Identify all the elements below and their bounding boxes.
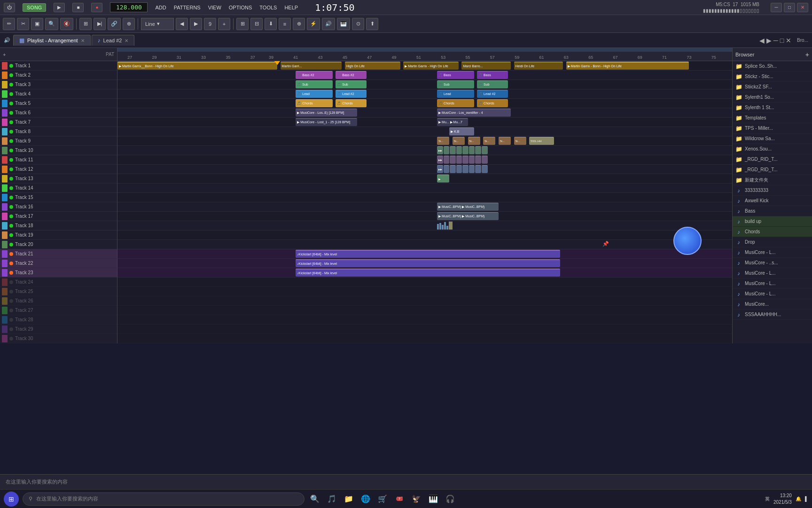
track-row[interactable]: Track 18	[0, 221, 117, 230]
arrange-row-9[interactable]: 5t... 5t... 5t... 5t... 5t... 5t... 5SS.…	[117, 136, 732, 146]
menu-item-options[interactable]: OPTIONS	[229, 5, 252, 10]
taskbar-app1-icon[interactable]: 🦅	[410, 492, 423, 506]
track-row[interactable]: Track 24	[0, 278, 117, 287]
tab-maximize[interactable]: □	[780, 37, 784, 44]
track-name[interactable]: Track 7	[15, 119, 115, 125]
arrange-row-2[interactable]: 🎵 Bass #2 🎵 Bass #2 🎵 Bass 🎵 Bass	[117, 71, 732, 80]
clip-musicore-1[interactable]: ▶ MusiCore - Los..E) [128 BPM]	[296, 109, 357, 117]
track-name[interactable]: Track 19	[15, 232, 115, 238]
line-dropdown[interactable]: Line ▾	[141, 18, 174, 30]
arrange-row-14[interactable]	[117, 183, 732, 193]
track-name[interactable]: Track 28	[15, 317, 115, 322]
clip-mini[interactable]	[475, 165, 481, 173]
arrange-row-1[interactable]: ▶ Martin Garrix__Bonn - High On Life Mar…	[117, 61, 732, 71]
track-led[interactable]	[9, 158, 13, 162]
sidebar-item-stiickzz[interactable]: 📁 StiickzZ SF...	[733, 82, 812, 92]
inst-btn[interactable]: 🎹	[337, 18, 350, 30]
track-row[interactable]: Track 22	[0, 259, 117, 268]
sidebar-item-musicore-6[interactable]: ♪ MusiCore...	[733, 299, 812, 310]
track-name[interactable]: Track 14	[15, 185, 115, 190]
arrange-row-12[interactable]: ▶▶	[117, 165, 732, 174]
sidebar-item-333[interactable]: ♪ 333333333	[733, 185, 812, 196]
track-row[interactable]: Track 2	[0, 71, 117, 80]
plus-snap-btn[interactable]: +	[218, 18, 230, 30]
sidebar-item-musicore-2[interactable]: ♪ MusiCore - ..s...	[733, 258, 812, 268]
track-name[interactable]: Track 3	[15, 82, 115, 87]
sidebar-add-btn[interactable]: +	[805, 51, 809, 58]
clip-s6[interactable]: 5t...	[514, 137, 526, 145]
eq-btn[interactable]: ≡	[279, 18, 291, 30]
clip-lead-1[interactable]: 🎵 Lead	[296, 90, 332, 98]
clip-chords-2[interactable]: 🎵 Chords	[336, 99, 366, 107]
track-row[interactable]: Track 15	[0, 193, 117, 202]
track-row[interactable]: Track 17	[0, 212, 117, 221]
track-name[interactable]: Track 20	[15, 242, 115, 247]
mix-btn[interactable]: ⚡	[307, 18, 320, 30]
arrange-row-29[interactable]	[117, 325, 732, 334]
sidebar-item-sylenth1-st[interactable]: 📁 Sylenth 1 St...	[733, 103, 812, 113]
arrange-row-10[interactable]: ▶▶	[117, 146, 732, 155]
clip-chords-4[interactable]: 🎵 Chords	[477, 99, 508, 107]
track-row[interactable]: Track 20	[0, 240, 117, 249]
sidebar-item-sylenth1-so[interactable]: 📁 Sylenth1 So...	[733, 92, 812, 103]
track-row[interactable]: Track 14	[0, 183, 117, 193]
clip-bass2-1[interactable]: 🎵 Bass #2	[296, 71, 332, 79]
arrange-row-19[interactable]	[117, 230, 732, 240]
track-name[interactable]: Track 2	[15, 72, 115, 78]
minimize-button[interactable]: ─	[771, 3, 782, 12]
clip-lead-4[interactable]: 🎵 Lead #2	[477, 90, 508, 98]
clip-chords-3[interactable]: 🎵 Chords	[437, 99, 474, 107]
clip-mini[interactable]	[450, 156, 456, 164]
record-button[interactable]: ●	[91, 3, 102, 12]
sidebar-item-musicore-5[interactable]: ♪ MusiCore - L...	[733, 289, 812, 299]
track-led[interactable]	[9, 92, 13, 96]
track-row[interactable]: Track 26	[0, 296, 117, 306]
sidebar-item-stickz[interactable]: 📁 Stickz - Stic...	[733, 71, 812, 82]
arrange-row-21[interactable]: ♪Kickstart [64bit] - Mix level	[117, 249, 732, 259]
track-name[interactable]: Track 22	[15, 261, 115, 266]
clip-mini[interactable]	[469, 146, 475, 154]
track-row[interactable]: Track 1	[0, 61, 117, 71]
arrange-row-23[interactable]: ♪Kickstart [64bit] - Mix level	[117, 268, 732, 278]
arrange-row-16[interactable]: ▶ MusiC..BPM) ▶ MusiC..BPM)	[117, 202, 732, 212]
track-row[interactable]: Track 23	[0, 268, 117, 278]
vol-btn[interactable]: 🔊	[322, 18, 335, 30]
track-row[interactable]: Track 11	[0, 155, 117, 165]
track-row[interactable]: Track 3	[0, 80, 117, 89]
arrange-area[interactable]: 27 29 31 33 35 37 39 41 43 45 47 49 51 5…	[117, 48, 732, 343]
menu-item-tools[interactable]: TOOLS	[259, 5, 277, 10]
arrange-row-6[interactable]: ▶ MusiCore - Los..E) [128 BPM] ▶ MusiCor…	[117, 108, 732, 118]
follow-btn[interactable]: ▶|	[94, 18, 106, 30]
link-btn[interactable]: 🔗	[108, 18, 121, 30]
tab-playlist[interactable]: ▦ Playlist - Arrangement ✕	[13, 35, 91, 46]
taskbar-store-icon[interactable]: 🛒	[376, 492, 389, 506]
track-led[interactable]	[9, 309, 13, 312]
track-led[interactable]	[9, 280, 13, 284]
track-name[interactable]: Track 6	[15, 110, 115, 115]
clip-sub-1[interactable]: 🎵 Sub	[296, 80, 332, 88]
taskbar-edge-icon[interactable]: 🌐	[359, 492, 372, 506]
sidebar-item-splice[interactable]: 📁 Splice So..Sh...	[733, 61, 812, 71]
track-led[interactable]	[9, 214, 13, 218]
clip-mini[interactable]	[456, 146, 462, 154]
track-led[interactable]	[9, 111, 13, 115]
next-snap-btn[interactable]: ▶	[190, 18, 202, 30]
snap-value-btn[interactable]: 9	[204, 18, 216, 30]
track-led[interactable]	[9, 167, 13, 171]
track-led[interactable]	[9, 83, 13, 87]
clip-musicorelost-2[interactable]: ▶ Mu... ▶ Mu...7	[437, 118, 468, 126]
track-led[interactable]	[9, 290, 13, 294]
clip-mini[interactable]	[462, 156, 468, 164]
track-led[interactable]	[9, 318, 13, 322]
clip-mini[interactable]	[456, 165, 462, 173]
taskbar-fl-icon[interactable]: 🎵	[325, 492, 338, 506]
clip-mini[interactable]	[482, 165, 488, 173]
clip-mini[interactable]	[482, 156, 488, 164]
menu-item-add[interactable]: ADD	[155, 5, 166, 10]
auto-btn[interactable]: ⊙	[352, 18, 364, 30]
track-led[interactable]	[9, 120, 13, 124]
group-btn[interactable]: ⊞	[236, 18, 249, 30]
track-led[interactable]	[9, 177, 13, 181]
tab-close-icon[interactable]: ✕	[81, 38, 85, 43]
sidebar-item-musicore-3[interactable]: ♪ MusiCore - L...	[733, 268, 812, 278]
